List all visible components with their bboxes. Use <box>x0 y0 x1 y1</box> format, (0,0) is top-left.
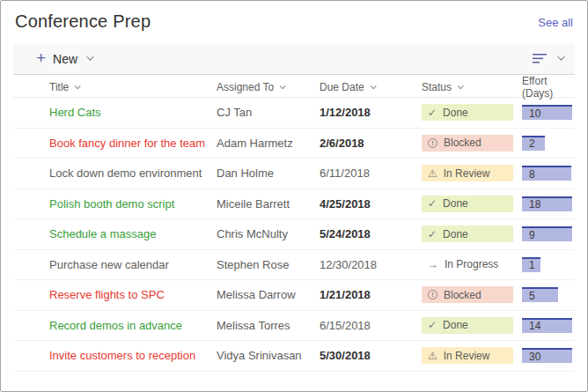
table-row[interactable]: Book fancy dinner for the team Adam Harm… <box>13 129 575 159</box>
row-title: Polish booth demo script <box>49 197 217 211</box>
status-label: Done <box>443 228 468 240</box>
row-due-date: 1/21/2018 <box>320 288 422 301</box>
status-badge: → In Progress <box>422 256 513 273</box>
row-effort: 10 <box>522 105 577 120</box>
row-effort: 14 <box>522 318 577 333</box>
effort-data-bar: 30 <box>522 348 572 363</box>
effort-data-bar: 5 <box>522 287 558 302</box>
row-status: ✓ Done <box>422 226 522 242</box>
row-status: ! Blocked <box>422 135 522 152</box>
status-badge: ! Blocked <box>422 286 513 303</box>
web-part-header: Conference Prep See all <box>1 1 587 43</box>
row-assigned-to: Vidya Srinivasan <box>217 349 320 362</box>
table-row[interactable]: Lock down demo environment Dan Holme 6/1… <box>13 159 575 189</box>
row-assigned-to: Miceile Barrett <box>217 197 320 211</box>
row-assigned-to: Melissa Torres <box>217 319 320 332</box>
row-title: Lock down demo environment <box>49 166 217 180</box>
table-row[interactable]: Purchase new calendar Stephen Rose 12/30… <box>13 250 575 281</box>
chevron-down-icon <box>458 83 464 89</box>
row-status: ✓ Done <box>422 317 522 334</box>
column-header-due-date[interactable]: Due Date <box>320 81 422 93</box>
new-button[interactable]: + New <box>36 51 92 66</box>
status-label: Blocked <box>444 137 481 149</box>
status-badge: ! Blocked <box>422 135 513 152</box>
effort-data-bar: 9 <box>522 226 572 241</box>
row-effort: 1 <box>522 257 577 272</box>
effort-data-bar: 18 <box>522 196 572 211</box>
row-assigned-to: Adam Harmetz <box>217 137 320 150</box>
row-due-date: 6/11/2018 <box>320 166 422 180</box>
effort-data-bar: 10 <box>522 105 572 120</box>
status-label: In Progress <box>445 258 498 270</box>
error-circle-icon: ! <box>428 138 437 148</box>
table-row[interactable]: Schedule a massage Chris McNulty 5/24/20… <box>13 219 575 250</box>
table-row[interactable]: Polish booth demo script Miceile Barrett… <box>13 189 575 220</box>
column-header-status[interactable]: Status <box>422 81 522 93</box>
row-effort: 18 <box>522 196 577 211</box>
chevron-down-icon <box>75 83 81 89</box>
row-due-date: 1/12/2018 <box>320 106 422 119</box>
check-icon: ✓ <box>428 229 437 240</box>
column-header-label: Assigned To <box>217 81 274 93</box>
column-header-label: Status <box>422 81 452 93</box>
column-header-effort[interactable]: Effort (Days) <box>522 75 577 100</box>
effort-data-bar: 8 <box>522 166 571 181</box>
chevron-down-icon <box>370 83 376 89</box>
see-all-link[interactable]: See all <box>538 16 573 29</box>
row-assigned-to: Chris McNulty <box>217 227 320 240</box>
status-label: In Review <box>444 167 490 180</box>
table-row[interactable]: Record demos in advance Melissa Torres 6… <box>13 311 575 342</box>
check-icon: ✓ <box>428 107 437 118</box>
row-title: Book fancy dinner for the team <box>49 137 217 150</box>
list-rows: Herd Cats CJ Tan 1/12/2018 ✓ Done 10 Boo… <box>13 98 575 372</box>
status-label: Done <box>443 197 468 210</box>
page-title: Conference Prep <box>15 11 151 32</box>
error-circle-icon: ! <box>428 290 437 300</box>
warning-triangle-icon: ⚠ <box>428 168 437 179</box>
row-status: ✓ Done <box>422 104 522 121</box>
row-status: ✓ Done <box>422 196 522 212</box>
row-title: Herd Cats <box>49 106 217 119</box>
check-icon: ✓ <box>428 198 437 209</box>
chevron-down-icon <box>86 53 93 60</box>
row-assigned-to: Dan Holme <box>217 166 320 180</box>
table-row[interactable]: Reserve flights to SPC Melissa Darrow 1/… <box>13 280 575 311</box>
row-title: Reserve flights to SPC <box>49 288 217 301</box>
effort-data-bar: 14 <box>522 318 572 333</box>
plus-icon: + <box>36 49 46 66</box>
row-assigned-to: Melissa Darrow <box>217 288 320 301</box>
row-title: Purchase new calendar <box>49 258 217 271</box>
column-header-label: Due Date <box>320 81 364 93</box>
table-row[interactable]: Herd Cats CJ Tan 1/12/2018 ✓ Done 10 <box>13 98 575 129</box>
row-status: ⚠ In Review <box>422 347 522 364</box>
status-label: In Review <box>444 350 490 362</box>
effort-data-bar: 1 <box>522 257 540 272</box>
status-badge: ⚠ In Review <box>422 347 513 364</box>
table-row[interactable]: Invite customers to reception Vidya Srin… <box>13 341 575 372</box>
row-effort: 5 <box>522 287 577 302</box>
status-badge: ⚠ In Review <box>422 165 513 181</box>
column-header-label: Effort (Days) <box>522 75 577 100</box>
row-due-date: 5/30/2018 <box>320 349 422 362</box>
column-header-title[interactable]: Title <box>49 81 217 93</box>
row-status: ⚠ In Review <box>422 165 522 181</box>
row-due-date: 4/25/2018 <box>320 197 422 211</box>
view-list-icon <box>533 53 548 64</box>
column-header-assigned-to[interactable]: Assigned To <box>217 81 320 93</box>
row-title: Invite customers to reception <box>49 349 217 362</box>
arrow-right-icon: → <box>428 259 438 270</box>
status-badge: ✓ Done <box>422 226 513 242</box>
new-button-label: New <box>53 52 77 66</box>
row-status: ! Blocked <box>422 286 522 303</box>
view-selector-button[interactable] <box>533 53 562 64</box>
chevron-down-icon <box>557 53 564 60</box>
effort-data-bar: 2 <box>522 136 545 151</box>
column-headers: Title Assigned To Due Date Status Effort… <box>13 75 575 98</box>
column-header-label: Title <box>49 81 69 93</box>
row-effort: 2 <box>522 136 577 151</box>
row-title: Record demos in advance <box>49 319 217 332</box>
row-status: → In Progress <box>422 256 522 273</box>
status-label: Done <box>443 319 468 331</box>
status-badge: ✓ Done <box>422 196 513 212</box>
status-label: Blocked <box>444 289 481 301</box>
